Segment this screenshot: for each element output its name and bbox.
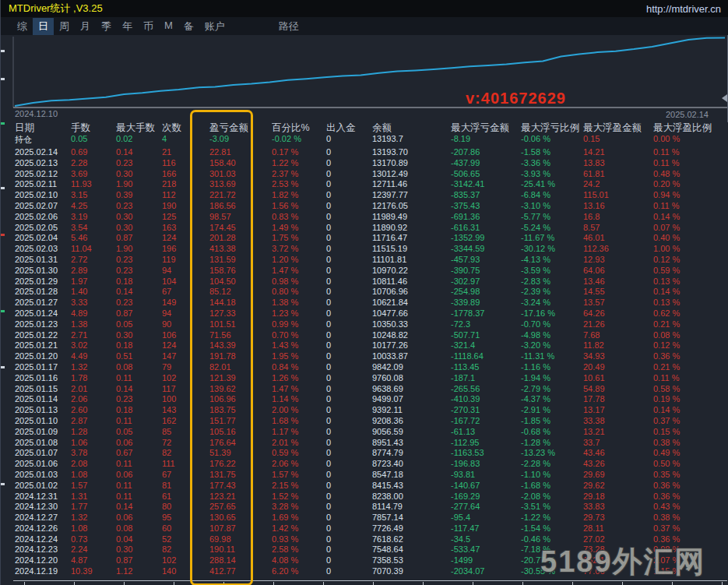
cell: 2.60 [71, 405, 116, 416]
table-row[interactable]: 2025.01.291.970.18104104.500.98 %010811.… [1, 277, 728, 287]
table-row[interactable]: 2025.01.102.870.11162151.771.68 %09208.3… [1, 416, 728, 427]
cell: -11.67 % [521, 233, 583, 244]
menu-item-2[interactable]: 日 [33, 18, 54, 35]
table-row[interactable]: 2025.01.213.020.18124143.391.43 %010177.… [1, 340, 728, 351]
menu-item-10[interactable]: 账户 [199, 18, 230, 35]
cell: 0.11 [116, 416, 162, 427]
site-watermark: 5189外汇网 [540, 542, 706, 582]
cell: 7.68 [583, 330, 653, 341]
table-row[interactable]: 2025.01.231.380.0590101.510.99 %010350.3… [1, 319, 728, 330]
cell: 0 [326, 384, 372, 395]
table-row[interactable]: 2025.01.171.320.087982.010.84 %09842.09-… [1, 362, 728, 373]
table-row[interactable]: 2025.01.062.080.11111176.222.06 %08723.4… [1, 459, 728, 470]
table-row[interactable]: 2025.01.132.600.18143183.752.00 %09392.1… [1, 405, 728, 416]
app-window: MTDriver统计 ,V3.25 http://mtdriver.cn 综日周… [0, 0, 728, 585]
position-cell: 0.02 [116, 134, 162, 145]
menu-item-5[interactable]: 季 [96, 18, 117, 35]
table-row[interactable]: 2025.01.031.080.0667131.751.57 %08547.18… [1, 470, 728, 481]
cell: 143 [162, 405, 209, 416]
cell: -2.79 % [521, 384, 583, 395]
cell: 0.20 % [653, 179, 728, 190]
table-row[interactable]: 2025.01.281.400.146785.120.80 %010706.96… [1, 287, 728, 298]
cell: 0.48 % [653, 169, 728, 180]
cell: 10.61 [583, 373, 653, 384]
cell: 0 [326, 534, 372, 545]
cell: 2024.12.27 [15, 513, 71, 523]
table-row[interactable]: 2025.01.152.010.14117139.621.47 %09638.6… [1, 384, 728, 395]
cell: 0.08 [116, 362, 162, 373]
cell: 10248.82 [372, 330, 451, 341]
table-row[interactable]: 2025.02.053.540.30163174.451.49 %011890.… [1, 223, 728, 234]
cell: 124 [162, 233, 209, 244]
cell: 121.39 [209, 373, 272, 384]
table-row[interactable]: 2025.01.244.890.8794127.331.23 %010477.6… [1, 308, 728, 319]
table-row[interactable]: 2025.01.161.780.11102121.391.26 %09760.0… [1, 373, 728, 384]
table-row[interactable]: 2025.01.091.280.0585105.161.17 %09056.59… [1, 427, 728, 438]
cell: 0.87 [116, 233, 162, 244]
table-row[interactable]: 2025.01.273.330.23149144.181.38 %010621.… [1, 298, 728, 308]
table-row[interactable]: 2025.01.142.060.23100106.961.14 %09499.0… [1, 394, 728, 405]
menu-item-9[interactable]: 备 [178, 18, 199, 35]
cell: 29.69 [583, 470, 653, 481]
table-row[interactable]: 2025.02.063.190.3012598.570.83 %011989.4… [1, 212, 728, 223]
menu-item-6[interactable]: 年 [117, 18, 138, 35]
cell: -277.64 [451, 502, 521, 513]
menu-item-7[interactable]: 币 [138, 18, 159, 35]
edge-mark [1, 78, 5, 80]
table-row[interactable]: 2025.02.1111.931.90218313.692.53 %012711… [1, 179, 728, 190]
menu-item-4[interactable]: 月 [75, 18, 96, 35]
cell: 0.70 % [272, 330, 326, 341]
cell: 313.69 [209, 179, 272, 190]
table-row[interactable]: 2024.12.311.310.1161123.211.52 %08238.00… [1, 492, 728, 502]
chart-scroll-arrow-icon[interactable] [722, 94, 727, 102]
cell: 0 [326, 523, 372, 534]
cell: 0 [326, 427, 372, 438]
menu-item-3[interactable]: 周 [54, 18, 75, 35]
cell: 0.07 % [653, 223, 728, 234]
cell: -196.83 [451, 459, 521, 470]
cell: -457.93 [451, 255, 521, 266]
cell: 8238.00 [372, 492, 451, 502]
table-row[interactable]: 2025.01.021.570.1181177.432.15 %08415.43… [1, 481, 728, 492]
table-row[interactable]: 2025.02.140.690.142122.810.17 %013193.70… [1, 147, 728, 158]
cell: 0 [326, 277, 372, 287]
table-row[interactable]: 2025.01.073.780.678251.390.59 %08774.79-… [1, 448, 728, 459]
menu-item-1[interactable]: 综 [12, 18, 33, 35]
cell: -302.97 [451, 277, 521, 287]
table-row[interactable]: 2024.12.261.080.0860107.871.42 %07726.49… [1, 523, 728, 534]
edge-mark [1, 187, 5, 189]
menu-item-8[interactable]: M [159, 18, 178, 35]
table-row[interactable]: 2025.02.074.250.23190186.561.56 %012176.… [1, 201, 728, 212]
table-row[interactable]: 2025.02.123.690.30166301.032.37 %013012.… [1, 169, 728, 180]
cell: -2.08 % [521, 492, 583, 502]
cell: -167.72 [451, 416, 521, 427]
chart-end-date: 2025.02.14 [666, 110, 709, 119]
table-row[interactable]: 2025.01.081.060.0672176.642.01 %08951.43… [1, 438, 728, 449]
table-row[interactable]: 2025.01.302.890.2394158.761.47 %010970.2… [1, 266, 728, 277]
table-row[interactable]: 2025.01.204.490.51147191.781.95 %010033.… [1, 351, 728, 362]
table-row[interactable]: 2025.02.132.280.23116158.401.22 %013170.… [1, 158, 728, 169]
table-row[interactable]: 2024.12.301.770.1480257.653.28 %08114.79… [1, 502, 728, 513]
cell: 2025.02.11 [15, 179, 71, 190]
cell: 163 [162, 223, 209, 234]
cell: 1.42 % [272, 523, 326, 534]
cell: 0.18 [116, 277, 162, 287]
vendor-url-link[interactable]: http://mtdriver.cn [646, 3, 721, 15]
cell: 13.16 [583, 201, 653, 212]
cell: 10477.66 [372, 308, 451, 319]
table-row[interactable]: 2024.12.271.320.0695130.651.69 %07857.14… [1, 513, 728, 523]
table-row[interactable]: 2025.01.222.710.3010671.560.70 %010248.8… [1, 330, 728, 341]
cell: 2.53 % [272, 179, 326, 190]
table-row[interactable]: 2025.01.312.720.23119131.591.20 %011101.… [1, 255, 728, 266]
menu-item-path[interactable]: 路径 [279, 19, 299, 33]
position-row[interactable]: 持仓0.050.024-3.09-0.02 %013193.7-8.19-0.0… [1, 134, 728, 145]
cell: 2025.02.07 [15, 201, 71, 212]
cell: 3.02 [71, 340, 116, 351]
table-row[interactable]: 2025.02.0311.041.90196413.383.72 %011515… [1, 244, 728, 255]
table-row[interactable]: 2025.02.045.460.87124201.281.75 %011716.… [1, 233, 728, 244]
account-version-label: v:401672629 [466, 90, 566, 107]
cell: 0.11 [116, 492, 162, 502]
table-row[interactable]: 2025.02.103.150.39112221.721.82 %012397.… [1, 190, 728, 201]
cell: 0.18 [116, 340, 162, 351]
cell: 0.87 [116, 555, 162, 566]
